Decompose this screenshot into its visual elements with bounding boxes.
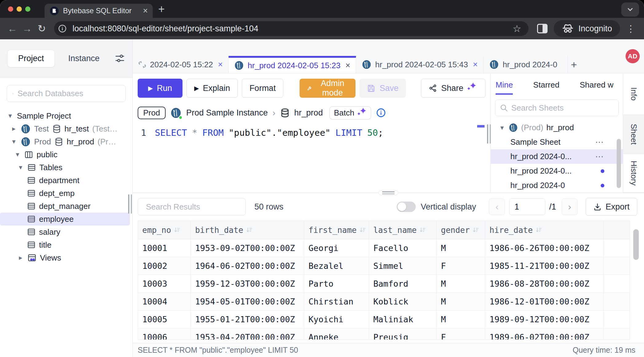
column-header-gender[interactable]: gender bbox=[437, 221, 485, 239]
run-button[interactable]: ▶ Run bbox=[138, 79, 183, 98]
sort-icon bbox=[246, 226, 253, 233]
tree-table-dept-manager[interactable]: dept_manager bbox=[0, 200, 132, 213]
editor-tab-1[interactable]: 2024-02-05 15:22 × bbox=[133, 56, 229, 73]
tree-table-salary[interactable]: salary bbox=[0, 226, 132, 238]
sheet-item[interactable]: hr_prod 2024-0... bbox=[491, 164, 623, 178]
tree-db-hr-prod[interactable]: ▾ Prod hr_prod (Pr… bbox=[0, 135, 132, 148]
sheet-item-selected[interactable]: hr_prod 2024-0... ⋯ bbox=[491, 149, 623, 164]
prev-page-button[interactable]: ‹ bbox=[489, 198, 505, 215]
sheet-item[interactable]: hr_prod 2024-0 bbox=[491, 178, 623, 193]
tree-db-hr-test[interactable]: ▸ Test hr_test (Test… bbox=[0, 122, 132, 135]
sheet-group-row[interactable]: ▾ (Prod) hr_prod bbox=[491, 120, 623, 135]
export-button[interactable]: Export bbox=[586, 198, 637, 216]
forward-icon[interactable]: → bbox=[20, 23, 34, 34]
share-button[interactable]: Share ✦✦ bbox=[421, 79, 485, 98]
tab-search-button[interactable] bbox=[621, 2, 639, 17]
ai-sparkles-icon[interactable]: ✦✦ bbox=[467, 83, 478, 93]
tab-instance[interactable]: Instance bbox=[68, 54, 100, 63]
explain-button[interactable]: ▶ Explain bbox=[187, 79, 238, 98]
column-header-last-name[interactable]: last_name bbox=[369, 221, 437, 239]
back-icon[interactable]: ← bbox=[5, 23, 20, 34]
url-bar[interactable]: localhost:8080/sql-editor/sheet/project-… bbox=[54, 21, 528, 36]
results-resize-handle[interactable] bbox=[379, 190, 398, 195]
user-avatar[interactable]: AD bbox=[626, 49, 640, 63]
table-name: department bbox=[39, 176, 80, 185]
tree-table-employee[interactable]: employee bbox=[0, 213, 130, 226]
tree-table-title[interactable]: title bbox=[0, 238, 132, 251]
database-search[interactable] bbox=[7, 85, 126, 102]
sheet-list-scrollbar[interactable] bbox=[617, 139, 621, 188]
tree-project-row[interactable]: ▾ Sample Project bbox=[0, 109, 132, 122]
postgres-icon bbox=[234, 61, 244, 70]
tab-starred[interactable]: Starred bbox=[533, 80, 559, 95]
cell: 10004 bbox=[138, 293, 191, 311]
admin-mode-button[interactable]: Admin mode bbox=[300, 79, 355, 98]
close-tab-icon[interactable]: × bbox=[345, 61, 350, 70]
database-name[interactable]: hr_prod bbox=[294, 108, 323, 118]
sheet-search[interactable] bbox=[495, 100, 619, 116]
editor-toolbar: ▶ Run ▶ Explain Format Admin mode bbox=[133, 73, 490, 103]
close-window-button[interactable] bbox=[8, 6, 13, 12]
next-page-button[interactable]: › bbox=[562, 198, 578, 215]
code-area[interactable]: 1 SELECT * FROM "public"."employee" LIMI… bbox=[133, 123, 490, 193]
save-button[interactable]: Save bbox=[359, 79, 406, 98]
close-tab-icon[interactable]: × bbox=[218, 60, 223, 69]
tree-schema-public[interactable]: ▾ public bbox=[0, 148, 132, 161]
cell: 1959-12-03T00:00:00Z bbox=[191, 275, 304, 293]
new-tab-button[interactable]: + bbox=[158, 2, 165, 16]
minimize-window-button[interactable] bbox=[17, 6, 22, 12]
editor-tab-3[interactable]: hr_prod 2024-02-05 15:43 × bbox=[356, 56, 484, 73]
sidebar-resize-handle[interactable] bbox=[128, 194, 132, 214]
column-header-first-name[interactable]: first_name bbox=[304, 221, 369, 239]
browser-tab-close-icon[interactable]: × bbox=[143, 6, 148, 16]
tab-sheet[interactable]: Sheet bbox=[623, 115, 644, 154]
column-header-emp-no[interactable]: emp_no bbox=[138, 221, 191, 239]
tab-shared[interactable]: Shared w bbox=[580, 80, 614, 95]
more-icon[interactable]: ⋯ bbox=[595, 151, 604, 162]
new-sheet-tab-button[interactable]: + bbox=[568, 56, 580, 73]
site-info-icon[interactable] bbox=[57, 23, 68, 34]
tab-history[interactable]: History bbox=[623, 154, 644, 193]
editor-tab-2-active[interactable]: hr_prod 2024-02-05 15:23 × bbox=[229, 56, 356, 73]
results-search-input[interactable] bbox=[146, 202, 249, 212]
sheet-search-input[interactable] bbox=[511, 103, 614, 113]
editor-tab-4[interactable]: hr_prod 2024-0 bbox=[484, 56, 568, 73]
tab-mine[interactable]: Mine bbox=[496, 80, 513, 95]
database-search-input[interactable] bbox=[18, 89, 120, 98]
close-tab-icon[interactable]: × bbox=[473, 60, 478, 69]
tree-group-views[interactable]: ▸ Views bbox=[0, 251, 132, 264]
tree-table-department[interactable]: department bbox=[0, 174, 132, 187]
instance-name[interactable]: Prod Sample Instance bbox=[186, 108, 268, 118]
info-icon[interactable] bbox=[376, 108, 386, 118]
column-header-hire-date[interactable]: hire_date bbox=[485, 221, 604, 239]
sql-keyword: LIMIT bbox=[336, 126, 362, 140]
filter-sliders-icon[interactable] bbox=[115, 53, 125, 64]
page-number-input[interactable] bbox=[509, 198, 545, 215]
batch-button[interactable]: Batch ✦✦ bbox=[329, 106, 371, 120]
panel-resize-handle[interactable] bbox=[487, 124, 491, 143]
caret-right-icon: ▸ bbox=[17, 254, 24, 262]
vertical-display-toggle[interactable] bbox=[397, 202, 416, 212]
tab-project[interactable]: Project bbox=[7, 50, 55, 67]
reload-icon[interactable]: ↻ bbox=[34, 23, 49, 34]
browser-menu-icon[interactable]: ⋮ bbox=[622, 23, 639, 34]
tree-table-dept-emp[interactable]: dept_emp bbox=[0, 187, 132, 200]
sheet-item[interactable]: Sample Sheet ⋯ bbox=[491, 135, 623, 149]
more-icon[interactable]: ⋯ bbox=[595, 137, 604, 147]
tree-group-tables[interactable]: ▾ Tables bbox=[0, 161, 132, 174]
table-name: title bbox=[39, 240, 51, 250]
fullscreen-window-button[interactable] bbox=[25, 6, 30, 12]
table-scrollbar[interactable] bbox=[633, 229, 639, 312]
code-minimap[interactable] bbox=[476, 123, 485, 193]
sql-number: 50 bbox=[367, 126, 378, 140]
side-panel-icon[interactable] bbox=[536, 23, 548, 34]
bookmark-star-icon[interactable]: ☆ bbox=[509, 23, 526, 34]
results-search[interactable] bbox=[138, 198, 246, 215]
table-header-row: emp_no birth_date first_name last_name g… bbox=[138, 221, 630, 239]
browser-tab[interactable]: Bytebase SQL Editor × bbox=[45, 4, 153, 18]
cell: 1953-09-02T00:00:00Z bbox=[191, 239, 304, 257]
tab-info[interactable]: Info bbox=[623, 73, 644, 115]
env-label: Test bbox=[34, 124, 49, 134]
format-button[interactable]: Format bbox=[242, 79, 284, 98]
column-header-birth-date[interactable]: birth_date bbox=[191, 221, 304, 239]
